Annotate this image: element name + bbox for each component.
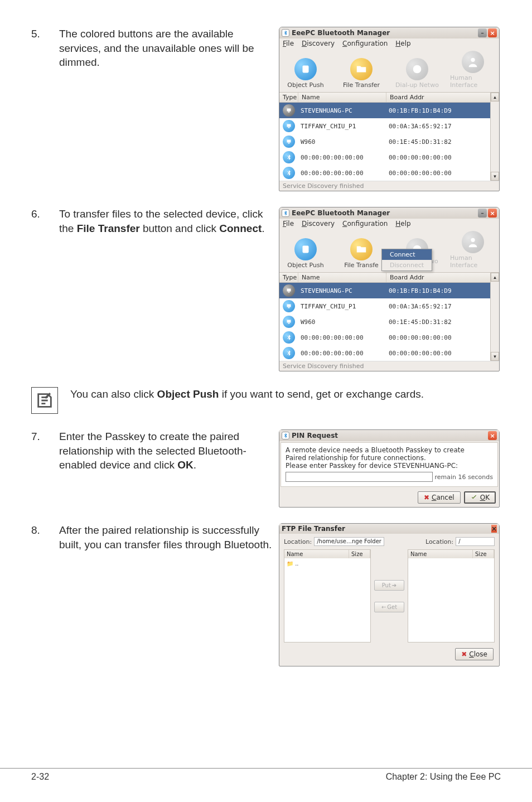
- file-transfer-button[interactable]: File Transfer: [338, 58, 384, 89]
- scroll-down-button[interactable]: ▾: [491, 172, 499, 181]
- window-title: FTP File Transfer: [282, 525, 345, 533]
- menu-connect[interactable]: Connect: [382, 249, 432, 260]
- hid-button: Human Interface: [450, 231, 496, 269]
- cancel-icon: ✖: [424, 494, 429, 501]
- object-push-button[interactable]: Object Push: [283, 58, 328, 89]
- object-push-button[interactable]: Object Push: [283, 238, 328, 269]
- svg-point-1: [413, 65, 422, 74]
- list-item[interactable]: TIFFANY_CHIU_P1 00:0A:3A:65:92:17: [279, 118, 499, 134]
- svg-rect-4: [288, 112, 290, 113]
- list-item[interactable]: 00:00:00:00:00:00 00:00:00:00:00:00: [279, 345, 499, 361]
- file-transfer-button[interactable]: File Transfe: [338, 238, 384, 269]
- menu-file[interactable]: File: [283, 220, 294, 228]
- bluetooth-icon: [282, 29, 289, 37]
- minimize-button[interactable]: –: [478, 28, 487, 37]
- dialog-text: Please enter Passkey for device STEVENHU…: [286, 462, 493, 470]
- context-menu: Connect Disconnect: [381, 249, 432, 271]
- bluetooth-manager-window: EeePC Bluetooth Manager – × File Discove…: [279, 27, 500, 191]
- pc-icon: [283, 104, 295, 117]
- svg-rect-17: [288, 323, 290, 324]
- scroll-down-button[interactable]: ▾: [491, 352, 499, 361]
- menubar: File Discovery Configuration Help: [279, 219, 499, 229]
- page-footer: 2-32 Chapter 2: Using the Eee PC: [0, 768, 532, 782]
- scrollbar[interactable]: ▴ ▾: [490, 273, 499, 361]
- dialog-text: Paired relationship for future connectio…: [286, 454, 493, 462]
- svg-rect-0: [303, 66, 309, 73]
- list-header: Type Name Board Addr: [279, 273, 499, 283]
- menu-configuration[interactable]: Configuration: [342, 220, 388, 228]
- menu-discovery[interactable]: Discovery: [302, 40, 335, 47]
- scrollbar[interactable]: ▴ ▾: [490, 93, 499, 181]
- ftp-transfer-window: FTP File Transfer × Location: /home/use……: [279, 523, 500, 666]
- svg-rect-13: [288, 292, 290, 293]
- passkey-input[interactable]: [286, 472, 433, 482]
- bluetooth-icon: [283, 347, 295, 359]
- menu-help[interactable]: Help: [395, 40, 410, 47]
- close-button[interactable]: ×: [488, 28, 497, 37]
- list-item[interactable]: TIFFANY_CHIU_P1 00:0A:3A:65:92:17: [279, 298, 499, 314]
- statusbar: Service Discovery finished: [279, 181, 499, 191]
- bluetooth-manager-window: EeePC Bluetooth Manager – × File Discove…: [279, 207, 500, 371]
- remote-pane[interactable]: NameSize: [408, 549, 495, 642]
- menu-file[interactable]: File: [283, 40, 294, 47]
- pin-request-dialog: PIN Request × A remote device needs a Bl…: [279, 429, 500, 508]
- location-label: Location:: [425, 538, 453, 545]
- bluetooth-icon: [283, 151, 295, 163]
- menubar: File Discovery Configuration Help: [279, 38, 499, 49]
- svg-rect-12: [287, 289, 291, 292]
- menu-discovery[interactable]: Discovery: [302, 220, 335, 228]
- svg-rect-9: [303, 246, 309, 253]
- bluetooth-icon: [283, 167, 295, 179]
- list-item[interactable]: STEVENHUANG-PC 00:1B:FB:1D:B4:D9: [279, 103, 499, 118]
- close-icon: ✖: [461, 650, 467, 658]
- menu-disconnect: Disconnect: [382, 260, 432, 270]
- put-button[interactable]: Put➔: [374, 580, 404, 591]
- svg-rect-15: [288, 307, 290, 308]
- menu-help[interactable]: Help: [395, 220, 410, 228]
- minimize-button[interactable]: –: [478, 209, 487, 218]
- svg-point-2: [471, 58, 475, 62]
- list-item[interactable]: W960 00:1E:45:DD:31:82: [279, 314, 499, 330]
- local-pane[interactable]: NameSize 📁 ..: [284, 549, 371, 642]
- arrow-left-icon: ←: [381, 604, 386, 610]
- folder-up-label[interactable]: ..: [295, 561, 298, 567]
- list-item[interactable]: STEVENHUANG-PC 00:1B:FB:1D:B4:D9: [279, 283, 499, 298]
- chapter-title: Chapter 2: Using the Eee PC: [386, 772, 501, 782]
- menu-configuration[interactable]: Configuration: [342, 40, 388, 47]
- window-title: EeePC Bluetooth Manager: [292, 209, 390, 217]
- pc-icon: [283, 300, 295, 312]
- svg-rect-8: [288, 143, 290, 144]
- folder-up-icon[interactable]: 📁: [287, 561, 293, 567]
- list-item[interactable]: 00:00:00:00:00:00 00:00:00:00:00:00: [279, 165, 499, 181]
- step-number: 8.: [31, 523, 59, 538]
- arrow-right-icon: ➔: [392, 582, 396, 588]
- scroll-up-button[interactable]: ▴: [491, 93, 499, 102]
- svg-point-11: [471, 238, 475, 242]
- note-icon: [31, 387, 58, 414]
- location-right[interactable]: /: [456, 537, 495, 546]
- close-button[interactable]: ×: [491, 525, 497, 533]
- ok-icon: [470, 494, 478, 501]
- svg-rect-7: [287, 140, 291, 143]
- list-item[interactable]: 00:00:00:00:00:00 00:00:00:00:00:00: [279, 330, 499, 345]
- get-button[interactable]: ←Get: [374, 602, 404, 612]
- cancel-button: ✖ Cancel: [418, 491, 461, 504]
- bluetooth-icon: [282, 432, 289, 439]
- location-label: Location:: [284, 538, 312, 545]
- step-text: The colored buttons are the available se…: [59, 27, 279, 70]
- close-button[interactable]: ×: [488, 431, 497, 440]
- step-number: 5.: [31, 27, 59, 41]
- step-text: Enter the Passkey to create the paired r…: [59, 429, 279, 472]
- dialup-button: Dial-up Netwo: [394, 58, 440, 89]
- close-dialog-button[interactable]: ✖ Close: [455, 648, 494, 660]
- ok-button[interactable]: OK: [464, 491, 496, 504]
- pc-icon: [283, 284, 295, 297]
- statusbar: Service Discovery finished: [279, 361, 499, 371]
- hid-button: Human Interface: [450, 51, 496, 89]
- list-item[interactable]: W960 00:1E:45:DD:31:82: [279, 134, 499, 149]
- list-item[interactable]: 00:00:00:00:00:00 00:00:00:00:00:00: [279, 149, 499, 165]
- note-box: You can also click Object Push if you wa…: [31, 387, 501, 414]
- scroll-up-button[interactable]: ▴: [491, 273, 499, 282]
- close-button[interactable]: ×: [488, 209, 497, 218]
- location-left: /home/use…nge Folder: [314, 537, 384, 546]
